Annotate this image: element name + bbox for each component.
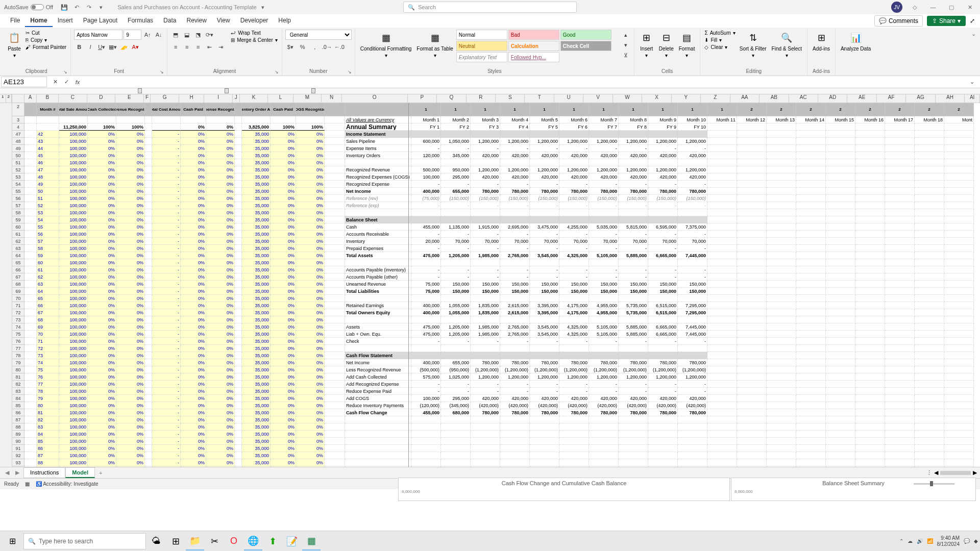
cell[interactable] <box>885 409 915 416</box>
cell[interactable] <box>737 138 767 145</box>
cell[interactable]: 0% <box>116 231 145 238</box>
cell[interactable]: 0% <box>88 259 116 266</box>
cell[interactable]: - <box>648 388 678 395</box>
cell[interactable] <box>24 452 37 459</box>
cell[interactable] <box>855 159 885 166</box>
cell[interactable]: 11,250,000 <box>59 123 88 131</box>
cell[interactable] <box>796 402 826 409</box>
cell[interactable]: 0% <box>296 423 325 431</box>
cell[interactable] <box>796 438 826 445</box>
cell[interactable]: 0% <box>88 381 116 388</box>
cell[interactable]: 80 <box>37 402 59 409</box>
cell[interactable]: 0% <box>116 466 145 467</box>
cell[interactable]: 0% <box>296 173 325 181</box>
cell[interactable] <box>145 338 152 345</box>
fx-icon[interactable]: fx <box>72 77 83 87</box>
cell[interactable] <box>589 445 619 452</box>
cell[interactable] <box>855 338 885 345</box>
cell[interactable] <box>944 409 974 416</box>
cell[interactable]: 0% <box>271 152 296 159</box>
notifications-icon[interactable]: 💬 <box>964 538 970 544</box>
cell[interactable] <box>24 181 37 188</box>
cell[interactable] <box>855 423 885 431</box>
cell[interactable]: 0% <box>181 302 206 309</box>
cell[interactable]: 420,000 <box>619 173 648 181</box>
cell[interactable]: - <box>152 195 181 202</box>
cell[interactable] <box>500 131 530 138</box>
cell[interactable] <box>767 409 796 416</box>
cell[interactable] <box>855 445 885 452</box>
cell[interactable] <box>678 445 707 452</box>
cell[interactable]: Cash Flow Statement <box>345 352 411 359</box>
cell[interactable] <box>619 352 648 359</box>
cell[interactable]: 0% <box>296 295 325 302</box>
cell[interactable] <box>826 216 855 223</box>
cell[interactable]: 5,105,000 <box>589 323 619 331</box>
cell[interactable]: 6,515,000 <box>648 302 678 309</box>
cell[interactable]: - <box>152 331 181 338</box>
tab-review[interactable]: Review <box>181 15 211 27</box>
cell[interactable] <box>24 273 37 281</box>
cell[interactable]: 100,000 <box>59 416 88 423</box>
cell[interactable] <box>325 295 345 302</box>
cell[interactable] <box>589 459 619 466</box>
cell[interactable]: 0% <box>206 438 235 445</box>
cell[interactable] <box>855 166 885 173</box>
cell[interactable]: 49 <box>37 181 59 188</box>
cell[interactable]: - <box>530 266 559 273</box>
cell[interactable]: 3,545,000 <box>530 331 559 338</box>
cell[interactable] <box>855 438 885 445</box>
cell[interactable] <box>944 423 974 431</box>
cell[interactable]: 420,000 <box>648 152 678 159</box>
find-select-button[interactable]: 🔍Find & Select▾ <box>770 30 804 59</box>
cell[interactable]: Month 14 <box>796 116 826 123</box>
cell[interactable] <box>796 338 826 345</box>
cell[interactable]: 4,325,000 <box>559 252 589 259</box>
cell[interactable] <box>915 195 944 202</box>
cell[interactable] <box>441 352 471 359</box>
cell[interactable] <box>24 302 37 309</box>
cell[interactable]: 100,000 <box>59 202 88 209</box>
column-header[interactable]: AA <box>730 94 760 103</box>
cell[interactable]: 655,000 <box>441 188 471 195</box>
cell[interactable] <box>915 459 944 466</box>
cell[interactable] <box>767 345 796 352</box>
cell[interactable]: All Values are Currency <box>345 116 411 123</box>
cell[interactable]: 45 <box>37 152 59 159</box>
cell[interactable] <box>145 352 152 359</box>
cell[interactable]: 70,000 <box>471 238 500 245</box>
cell[interactable]: Reduce Inventory Payments <box>345 402 411 409</box>
cell[interactable] <box>235 166 242 173</box>
cell[interactable] <box>37 116 59 123</box>
cell[interactable] <box>500 431 530 438</box>
cell[interactable] <box>855 188 885 195</box>
cell[interactable]: 1,200,000 <box>500 166 530 173</box>
cell[interactable]: 4,255,000 <box>559 223 589 231</box>
cell[interactable]: 100,000 <box>59 288 88 295</box>
cell[interactable]: 3,825,000 <box>242 123 271 131</box>
opera-icon[interactable]: O <box>225 532 243 550</box>
cell[interactable]: 0% <box>88 188 116 195</box>
cell[interactable]: 1,985,000 <box>471 331 500 338</box>
cell[interactable]: 0% <box>181 288 206 295</box>
cell[interactable]: 780,000 <box>648 188 678 195</box>
cell[interactable]: 0% <box>88 209 116 216</box>
cell[interactable] <box>855 131 885 138</box>
cell[interactable] <box>235 103 242 116</box>
cell[interactable] <box>24 438 37 445</box>
cell[interactable]: Net Income <box>345 188 411 195</box>
cell[interactable]: (150,000) <box>648 195 678 202</box>
cell[interactable]: 1 <box>471 103 500 116</box>
cell[interactable] <box>767 338 796 345</box>
cell[interactable] <box>145 123 152 131</box>
cell[interactable]: 0% <box>206 138 235 145</box>
cell[interactable] <box>235 138 242 145</box>
cell[interactable]: 0% <box>206 266 235 273</box>
cell[interactable] <box>855 373 885 381</box>
cell[interactable]: Month 11 <box>707 116 737 123</box>
cell[interactable]: Total Owners Equity <box>345 309 411 316</box>
cell[interactable] <box>235 202 242 209</box>
cell[interactable] <box>471 459 500 466</box>
scroll-right-icon[interactable]: ▶ <box>973 469 977 476</box>
cell[interactable] <box>737 302 767 309</box>
